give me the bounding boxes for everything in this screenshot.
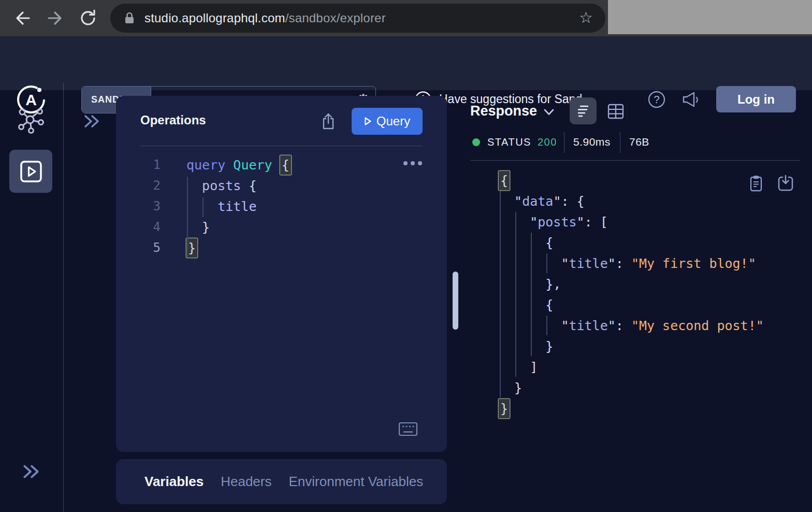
explorer-play-icon: [19, 160, 43, 183]
code-line: ]: [499, 357, 764, 377]
indent-guide: [187, 177, 188, 258]
operations-title: Operations: [140, 113, 206, 127]
svg-text:?: ?: [654, 94, 659, 105]
browser-window-gap: [608, 0, 812, 34]
code-line: 2 posts {: [140, 175, 291, 196]
download-icon[interactable]: [777, 175, 794, 192]
url-bar[interactable]: studio.apollographql.com/sandbox/explore…: [110, 4, 605, 33]
code-line: {: [499, 294, 764, 315]
formatted-view-toggle[interactable]: [570, 97, 597, 124]
status-divider: [620, 132, 620, 153]
url-text: studio.apollographql.com/sandbox/explore…: [144, 11, 386, 25]
code-line: 5}: [140, 237, 291, 258]
code-line: "data": {: [499, 191, 764, 211]
response-header-divider: [470, 160, 800, 161]
indent-guide: [515, 212, 516, 377]
code-line: }: [499, 377, 764, 398]
app-header: A SANDBOX ⚙ Have suggestions for Sand… ?…: [0, 36, 812, 90]
indent-guide: [500, 191, 501, 397]
variables-panel: Variables Headers Environment Variables: [116, 459, 447, 504]
indent-guide: [531, 233, 532, 356]
url-path: /sandbox/explorer: [285, 11, 386, 25]
list-view-icon: [576, 105, 590, 117]
schema-graph-icon[interactable]: [17, 107, 45, 135]
code-line: 4 }: [140, 217, 291, 237]
line-number: 3: [140, 199, 161, 214]
code-line: }: [499, 336, 764, 357]
code-line: {: [499, 170, 764, 191]
line-number: 4: [140, 220, 161, 234]
status-divider: [564, 132, 564, 153]
tab-variables[interactable]: Variables: [144, 474, 204, 490]
code-line: },: [499, 274, 764, 294]
code-line: 3 title: [140, 196, 291, 217]
tab-headers[interactable]: Headers: [221, 474, 271, 490]
line-number: 5: [140, 240, 161, 255]
run-query-label: Query: [376, 114, 410, 129]
back-icon[interactable]: [13, 9, 32, 27]
rail-divider: [63, 90, 64, 512]
indent-guide: [546, 253, 547, 273]
run-query-button[interactable]: Query: [352, 108, 423, 135]
response-size: 76B: [629, 136, 649, 148]
bookmark-star-icon[interactable]: ☆: [579, 8, 593, 26]
tab-environment-variables[interactable]: Environment Variables: [288, 474, 423, 490]
line-number: 2: [140, 178, 161, 193]
login-button[interactable]: Log in: [716, 86, 796, 112]
code-line: }: [499, 398, 764, 419]
docs-expand-chevron-icon[interactable]: [83, 113, 100, 129]
svg-text:A: A: [25, 91, 37, 108]
status-code: 200: [538, 136, 557, 148]
url-domain: studio.apollographql.com: [144, 11, 285, 25]
code-line: "posts": [: [499, 211, 764, 232]
response-json: { "data": { "posts": [ { "title": "My fi…: [499, 170, 764, 419]
code-line: 1query Query {: [140, 154, 291, 175]
forward-icon[interactable]: [46, 9, 65, 27]
code-line: {: [499, 232, 764, 253]
status-label: STATUS: [487, 136, 531, 148]
help-icon[interactable]: ?: [647, 90, 666, 109]
response-duration: 5.90ms: [573, 136, 611, 148]
indent-guide: [202, 197, 204, 217]
indent-guide: [546, 316, 547, 335]
play-icon: [364, 117, 372, 126]
status-dot: [472, 138, 480, 146]
keyboard-shortcuts-icon[interactable]: [398, 421, 418, 437]
code-line: "title": "My second post!": [499, 315, 764, 336]
operation-options-icon[interactable]: [403, 161, 422, 165]
line-number: 1: [140, 158, 161, 172]
panel-resize-handle[interactable]: [453, 272, 458, 330]
operations-header-divider: [140, 146, 423, 146]
megaphone-icon[interactable]: [682, 90, 703, 109]
screen: studio.apollographql.com/sandbox/explore…: [0, 0, 812, 512]
response-title: Response: [470, 103, 537, 119]
lock-icon: [124, 11, 135, 25]
explorer-nav-item[interactable]: [9, 150, 52, 193]
operations-panel: [116, 96, 447, 452]
browser-chrome: studio.apollographql.com/sandbox/explore…: [0, 0, 812, 36]
query-editor[interactable]: 1query Query {2 posts {3 title4 }5}: [140, 154, 291, 258]
rail-expand-chevron-icon[interactable]: [22, 463, 40, 480]
table-view-icon[interactable]: [607, 104, 624, 119]
chevron-down-icon[interactable]: [544, 109, 554, 116]
code-line: "title": "My first blog!": [499, 253, 764, 274]
share-icon[interactable]: [321, 112, 336, 130]
refresh-icon[interactable]: [79, 9, 97, 27]
